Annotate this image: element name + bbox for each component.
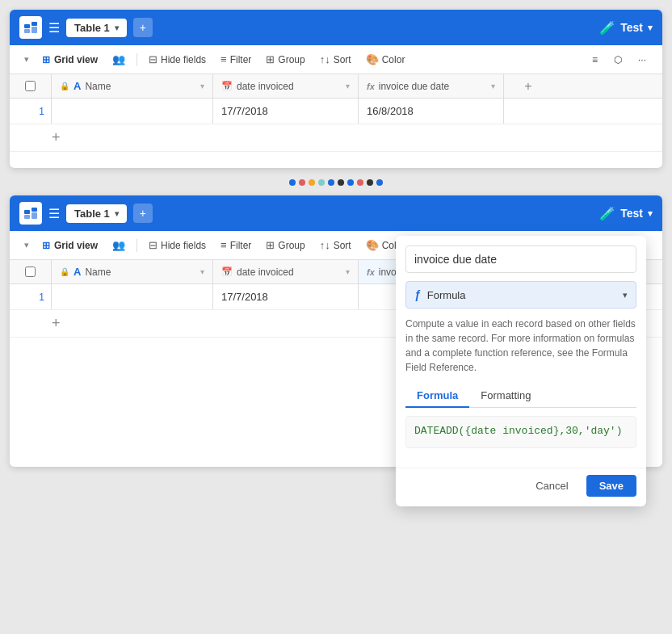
hamburger-menu[interactable]: ☰ <box>48 20 60 36</box>
bottom-checkbox-header[interactable] <box>10 260 52 283</box>
grid-view-text: Grid view <box>54 54 98 65</box>
col-header-name[interactable]: 🔒 A Name ▾ <box>52 74 213 98</box>
col-header-date[interactable]: 📅 date invoiced ▾ <box>213 74 359 98</box>
hide-fields-icon: ⊟ <box>149 53 158 65</box>
row-cell-name[interactable] <box>52 99 213 124</box>
bottom-row-cell-name[interactable] <box>52 284 213 309</box>
bottom-logo[interactable] <box>19 202 42 225</box>
bottom-top-bar: ☰ Table 1 ▾ + 🧪 Test ▾ <box>10 195 662 231</box>
more-options-button[interactable]: ··· <box>632 51 653 69</box>
table-tab[interactable]: Table 1 ▾ <box>66 19 127 37</box>
add-table-button[interactable]: + <box>133 18 153 37</box>
col-name-expand: ▾ <box>200 82 204 90</box>
bottom-hide-fields-button[interactable]: ⊟ Hide fields <box>142 236 212 254</box>
bottom-table-tab-label: Table 1 <box>74 208 110 220</box>
row-height-icon: ≡ <box>592 54 598 65</box>
logo[interactable] <box>19 16 42 39</box>
bottom-table-tab[interactable]: Table 1 ▾ <box>66 204 127 223</box>
panels-divider <box>10 178 662 186</box>
toolbar-top: ▾ ⊞ Grid view 👥 ⊟ Hide fields ≡ Filter ⊞… <box>10 45 662 74</box>
bottom-col-date-expand: ▾ <box>346 267 350 276</box>
collaborators-button[interactable]: 👥 <box>106 50 132 69</box>
dot-4 <box>318 179 325 186</box>
group-button[interactable]: ⊞ Group <box>259 50 311 69</box>
sort-button[interactable]: ↑↓ Sort <box>313 50 358 69</box>
add-row-button[interactable]: + <box>10 124 662 152</box>
bottom-col-header-date[interactable]: 📅 date invoiced ▾ <box>213 260 359 283</box>
svg-rect-2 <box>32 22 37 26</box>
bottom-collaborators-button[interactable]: 👥 <box>106 236 132 254</box>
bottom-col-name-icon: A <box>74 266 81 278</box>
view-toggle[interactable]: ▾ <box>19 51 34 68</box>
row-cell-date[interactable]: 17/7/2018 <box>213 99 359 124</box>
bottom-filter-button[interactable]: ≡ Filter <box>214 236 258 254</box>
tab-formula[interactable]: Formula <box>405 384 469 408</box>
field-type-label: Formula <box>427 289 616 301</box>
bottom-grid-view-icon: ⊞ <box>42 240 50 251</box>
bottom-lock-icon: 🔒 <box>60 267 69 276</box>
cancel-button[interactable]: Cancel <box>524 475 579 497</box>
add-column-button[interactable]: + <box>504 74 552 98</box>
bottom-col-header-name[interactable]: 🔒 A Name ▾ <box>52 260 213 283</box>
col-header-formula[interactable]: fx invoice due date ▾ <box>359 74 504 98</box>
bottom-top-bar-left: ☰ Table 1 ▾ + <box>19 202 153 225</box>
filter-label: Filter <box>230 54 252 65</box>
formula-text: DATEADD({date invoiced},30,'day') <box>414 425 622 437</box>
tab-formatting[interactable]: Formatting <box>469 384 542 408</box>
bottom-col-formula-icon: fx <box>367 267 375 277</box>
col-date-icon: 📅 <box>221 81 233 91</box>
select-all-checkbox[interactable] <box>25 81 36 91</box>
bottom-col-date-label: date invoiced <box>237 267 294 278</box>
bottom-view-toggle[interactable]: ▾ <box>19 237 34 254</box>
modal-footer: Cancel Save <box>396 468 646 506</box>
bottom-test-label: Test <box>620 207 643 220</box>
grid-view-label[interactable]: ⊞ Grid view <box>36 51 104 69</box>
test-menu-arrow[interactable]: ▾ <box>648 23 653 33</box>
top-bar: ☰ Table 1 ▾ + 🧪 Test ▾ <box>10 10 662 45</box>
toolbar-divider-1 <box>136 53 137 66</box>
bottom-grid-view-label[interactable]: ⊞ Grid view <box>36 237 104 254</box>
bottom-col-name-expand: ▾ <box>200 267 204 276</box>
bottom-test-menu-arrow[interactable]: ▾ <box>648 208 653 219</box>
top-bar-left: ☰ Table 1 ▾ + <box>19 16 153 39</box>
sort-icon: ↑↓ <box>320 53 330 65</box>
grid-top: 🔒 A Name ▾ 📅 date invoiced ▾ fx invoice … <box>10 74 662 168</box>
grid-header-top: 🔒 A Name ▾ 📅 date invoiced ▾ fx invoice … <box>10 74 662 99</box>
row-height-button[interactable]: ≡ <box>586 51 604 69</box>
field-name-input[interactable] <box>405 246 636 273</box>
bottom-logo-icon <box>23 206 38 220</box>
bottom-col-date-icon: 📅 <box>221 267 233 277</box>
test-icon: 🧪 <box>599 20 615 36</box>
bottom-color-icon: 🎨 <box>366 239 379 251</box>
bottom-group-button[interactable]: ⊞ Group <box>259 236 311 254</box>
bottom-select-all-checkbox[interactable] <box>25 267 36 277</box>
bottom-hamburger-menu[interactable]: ☰ <box>48 206 60 221</box>
bottom-group-icon: ⊞ <box>266 239 275 251</box>
bottom-hide-fields-icon: ⊟ <box>149 239 158 251</box>
bottom-group-label: Group <box>278 240 304 251</box>
color-button[interactable]: 🎨 Color <box>359 50 412 69</box>
svg-rect-5 <box>24 215 30 219</box>
formula-editor[interactable]: DATEADD({date invoiced},30,'day') <box>405 416 636 448</box>
more-options-icon: ··· <box>638 54 646 65</box>
share-button[interactable]: ⬡ <box>607 51 628 69</box>
bottom-add-table-button[interactable]: + <box>133 204 153 223</box>
checkbox-header[interactable] <box>10 74 52 98</box>
group-icon: ⊞ <box>266 53 275 65</box>
svg-rect-0 <box>24 24 30 28</box>
bottom-row-cell-date[interactable]: 17/7/2018 <box>213 284 359 309</box>
bottom-table-tab-arrow: ▾ <box>115 209 119 218</box>
hide-fields-button[interactable]: ⊟ Hide fields <box>142 50 212 69</box>
bottom-hide-fields-label: Hide fields <box>161 240 206 251</box>
col-formula-icon: fx <box>367 82 375 91</box>
bottom-sort-button[interactable]: ↑↓ Sort <box>313 236 358 254</box>
color-label: Color <box>382 54 405 65</box>
share-icon: ⬡ <box>614 54 622 65</box>
save-button[interactable]: Save <box>586 475 636 497</box>
filter-button[interactable]: ≡ Filter <box>214 50 258 69</box>
dot-1 <box>289 179 296 186</box>
group-label: Group <box>278 54 304 65</box>
row-cell-formula[interactable]: 16/8/2018 <box>359 99 504 124</box>
col-formula-label: invoice due date <box>379 81 449 92</box>
field-type-dropdown[interactable]: ƒ Formula ▾ <box>405 281 636 309</box>
